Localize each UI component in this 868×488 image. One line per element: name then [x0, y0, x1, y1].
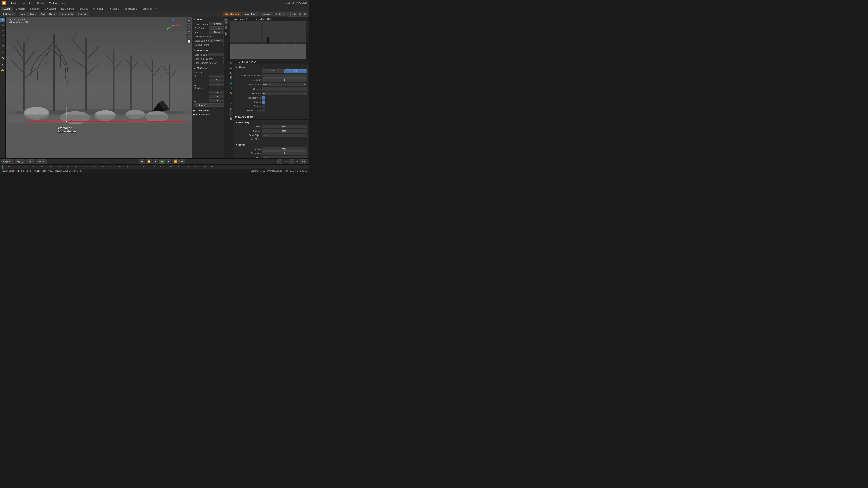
radius-checkbox[interactable] [261, 100, 265, 104]
edit-lock-icon[interactable]: ✏ [214, 54, 215, 56]
play-reverse-btn[interactable]: ◀ [153, 160, 158, 164]
viewport-gizmo-btn[interactable]: ⊕ [186, 34, 191, 38]
cursor-x-value[interactable]: 0 m [209, 74, 226, 78]
control-points-menu[interactable]: Control Points [58, 12, 75, 16]
taper-object-value[interactable]: ✏ [261, 134, 307, 137]
move-tool-icon[interactable]: ✛ [0, 28, 5, 33]
modifier-properties-icon[interactable]: 🔧 [229, 91, 233, 95]
keying-menu[interactable]: Keying [15, 160, 25, 164]
curve-stroke-dropdown[interactable]: Curve Stroke ▾ [223, 12, 241, 16]
2d-btn[interactable]: 2D [261, 69, 284, 73]
viewport-shade-solid[interactable]: ◉ [292, 12, 297, 17]
step-forward-btn[interactable]: ⏩ [172, 160, 179, 164]
edit-bevel-icon[interactable]: ✏ [266, 157, 267, 158]
cursor-rx-value[interactable]: 0° [209, 91, 226, 94]
tab-animation[interactable]: Animation [91, 6, 106, 11]
jump-to-start-btn[interactable]: ⏮ [139, 160, 145, 164]
clip-start-value[interactable]: 0.1 m [209, 27, 226, 30]
draw-icon[interactable]: ✍ [0, 68, 5, 72]
viewport-xray-btn[interactable]: ⬜ [186, 39, 191, 44]
scene-properties-icon[interactable]: 🎬 [229, 75, 233, 80]
viewport-overlay-btn[interactable]: ◎ [186, 29, 191, 33]
view-menu-timeline[interactable]: View [27, 160, 35, 164]
segments-menu[interactable]: Segments [76, 12, 89, 16]
bevel-depth-value[interactable]: 0 m [261, 147, 307, 151]
current-frame-input[interactable]: 1 [277, 160, 282, 164]
tab-sculpting[interactable]: Sculpting [28, 6, 42, 11]
cursor-z-value[interactable]: 0 m [209, 83, 226, 86]
tab-uv-editing[interactable]: UV Editing [42, 6, 58, 11]
tab-texture-paint[interactable]: Texture Paint [58, 6, 77, 11]
camera-value[interactable]: Camera ✕ [209, 39, 226, 42]
n-panel-cursor-header[interactable]: ▼ 3D Cursor [192, 66, 228, 70]
tool-tab[interactable]: Tool [224, 24, 228, 31]
extrude-value[interactable]: 0 m [261, 129, 307, 133]
extrude-icon[interactable]: ⬆ [0, 63, 5, 67]
n-panel-view-header[interactable]: ▼ View [192, 17, 228, 21]
render-u-value[interactable]: 0 [261, 78, 307, 82]
cursor-ry-value[interactable]: 0° [209, 95, 226, 98]
texture-space-header[interactable]: ▶ Texture Space [235, 115, 307, 119]
bevel-resolution-value[interactable]: 4 [261, 152, 307, 155]
object-properties-icon[interactable]: □ [229, 86, 233, 90]
output-properties-icon[interactable]: 🖨 [229, 65, 233, 70]
view-menu[interactable]: View [19, 12, 28, 16]
view-tab-2[interactable]: View [224, 31, 228, 37]
viewport-perspective-btn[interactable]: ⬡ [186, 24, 191, 28]
menu-window[interactable]: Window [47, 1, 59, 5]
fill-mode-dropdown[interactable]: Full ▾ [261, 92, 307, 95]
tab-modeling[interactable]: Modeling [13, 6, 28, 11]
jump-to-end-btn[interactable]: ⏭ [180, 160, 185, 164]
material-properties-icon[interactable]: ⬤ [229, 116, 233, 121]
n-panel-collections-header[interactable]: ▶ Collections [192, 108, 228, 112]
render-properties-icon[interactable]: 📷 [229, 60, 233, 65]
stop-btn[interactable]: ⏹ [159, 160, 165, 164]
bevel-header[interactable]: ▼ Bevel [235, 143, 307, 147]
tab-layout[interactable]: Layout [1, 6, 13, 11]
focal-length-value[interactable]: 50 mm [209, 22, 226, 25]
add-menu[interactable]: Add [39, 12, 46, 16]
close-camera-icon[interactable]: ✕ [221, 39, 223, 42]
menu-render[interactable]: Render [35, 1, 46, 5]
fill-deformed-checkbox[interactable] [261, 96, 265, 100]
tab-shading[interactable]: Shading [77, 6, 91, 11]
curve-menu[interactable]: Curve [47, 12, 57, 16]
stretch-checkbox[interactable] [261, 105, 265, 108]
tab-rendering[interactable]: Rendering [106, 6, 122, 11]
step-back-btn[interactable]: ⏪ [146, 160, 152, 164]
rotate-tool-icon[interactable]: ↻ [0, 33, 5, 38]
transform-tool-icon[interactable]: ⊞ [0, 43, 5, 48]
view-layer-properties-icon[interactable]: ◧ [229, 70, 233, 75]
global-right-dropdown[interactable]: Global ▾ [274, 12, 286, 16]
segments-right[interactable]: Segments [260, 12, 273, 16]
play-btn[interactable]: ▶ [166, 160, 172, 164]
edit-mode-dropdown[interactable]: Edit Mode ▾ [1, 12, 16, 16]
tab-compositing[interactable]: Compositing [122, 6, 140, 11]
cursor-y-value[interactable]: 0 m [209, 79, 226, 82]
select-tool-icon[interactable]: ↖ [0, 18, 5, 23]
view-tab[interactable]: View [224, 18, 228, 24]
add-workspace-btn[interactable]: + [154, 6, 159, 11]
marker-menu[interactable]: Marker [36, 160, 46, 164]
particles-properties-icon[interactable]: ✦ [229, 96, 233, 100]
data-properties-icon[interactable]: ⌒ [229, 111, 233, 116]
shape-header[interactable]: ▼ Shape [235, 65, 307, 69]
viewport-shade-render[interactable]: ☀ [303, 12, 307, 17]
cursor-tool-icon[interactable]: ⊕ [0, 23, 5, 28]
lock-to-object-value[interactable]: ✏ [209, 53, 226, 56]
twist-method-dropdown[interactable]: Minimum ▾ [261, 83, 307, 87]
offset-value[interactable]: 0 m [261, 125, 307, 128]
viewport-gizmo[interactable]: X Y Z [166, 19, 179, 32]
res-preview-value[interactable]: 12 [261, 74, 307, 77]
playback-menu[interactable]: Playback [1, 160, 14, 164]
rotation-mode-dropdown[interactable]: XYZ Euler ▾ [194, 103, 226, 106]
physics-properties-icon[interactable]: ⚡ [229, 101, 233, 105]
bevel-object-value[interactable]: ✏ [261, 156, 307, 158]
annotate-icon[interactable]: ✏ [0, 51, 5, 55]
menu-blender[interactable]: Blender [8, 1, 20, 5]
constraints-properties-icon[interactable]: 🔗 [229, 106, 233, 110]
n-panel-viewlock-header[interactable]: ▼ View Lock [192, 48, 228, 52]
end-value[interactable]: 1000 m [209, 31, 226, 34]
control-points-right[interactable]: Control Points [242, 12, 259, 16]
tab-scripting[interactable]: Scripting [140, 6, 154, 11]
